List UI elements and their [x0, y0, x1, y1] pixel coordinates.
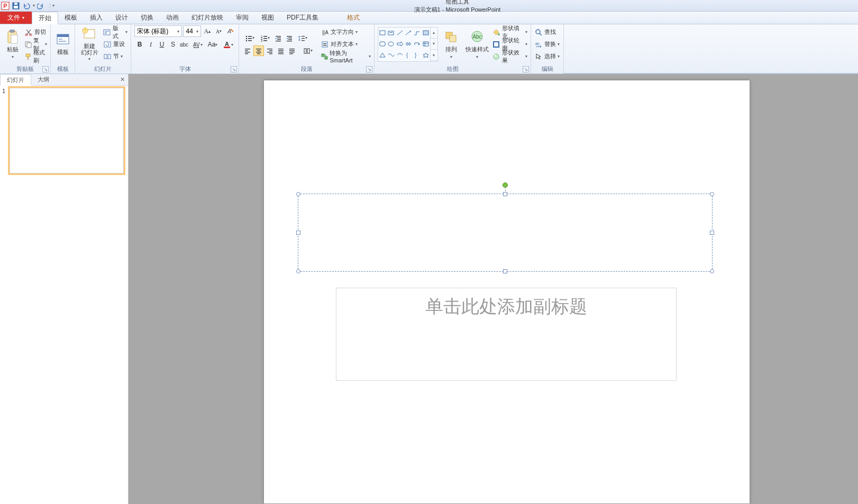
bold-button[interactable]: B: [134, 39, 145, 50]
drawing-launcher[interactable]: ↘: [523, 66, 529, 72]
layout-button[interactable]: 版式▾: [103, 26, 127, 38]
char-spacing-button[interactable]: AV▾: [190, 39, 205, 50]
font-launcher[interactable]: ↘: [231, 66, 237, 72]
app-icon: P: [1, 2, 10, 10]
text-direction-button[interactable]: ||A文字方向▾: [321, 26, 371, 38]
find-button[interactable]: 查找: [534, 26, 560, 38]
smartart-button[interactable]: 转换为 SmartArt▾: [321, 51, 371, 62]
subtitle-placeholder[interactable]: 单击此处添加副标题: [336, 288, 677, 381]
svg-rect-49: [287, 41, 292, 41]
distribute-button[interactable]: [287, 45, 297, 56]
qat-customize-icon[interactable]: ▾: [50, 3, 57, 8]
clear-format-button[interactable]: A: [225, 26, 235, 36]
slide-canvas[interactable]: 单击此处添加副标题: [264, 80, 750, 503]
arrange-button[interactable]: 排列▾: [440, 26, 462, 63]
justify-button[interactable]: [276, 45, 286, 56]
svg-rect-55: [245, 52, 250, 52]
font-name-combo[interactable]: 宋体 (标题)▾: [134, 25, 182, 37]
svg-rect-58: [257, 50, 260, 51]
bullets-button[interactable]: ▾: [242, 33, 257, 43]
tab-home[interactable]: 开始: [32, 12, 58, 24]
align-right-button[interactable]: [264, 45, 275, 56]
svg-rect-72: [289, 53, 293, 54]
title-placeholder-selected[interactable]: [298, 194, 713, 272]
svg-point-34: [246, 40, 247, 41]
shape-effects-button[interactable]: 形状效果▾: [492, 51, 527, 62]
arrange-icon: [444, 30, 459, 44]
shapes-gallery[interactable]: { } ▴ ▾ ▾: [378, 27, 438, 62]
svg-rect-83: [389, 32, 393, 33]
redo-icon[interactable]: [37, 2, 45, 10]
undo-icon[interactable]: [22, 2, 31, 10]
replace-button[interactable]: ab替换▾: [534, 39, 560, 50]
numbering-button[interactable]: 123▾: [258, 33, 272, 43]
svg-rect-48: [288, 39, 292, 40]
svg-text:Abc: Abc: [472, 34, 481, 40]
svg-rect-69: [289, 49, 295, 49]
reset-button[interactable]: 重设: [103, 39, 127, 50]
strike-button[interactable]: S: [168, 39, 178, 50]
svg-rect-44: [277, 39, 281, 40]
select-button[interactable]: 选择▾: [534, 51, 560, 62]
svg-rect-62: [269, 50, 272, 51]
shape-fill-icon: [492, 28, 500, 36]
columns-button[interactable]: ▾: [300, 45, 315, 56]
format-painter-button[interactable]: 格式刷: [24, 51, 47, 62]
group-clipboard-label: 剪贴板: [16, 65, 34, 73]
gallery-more-icon[interactable]: ▾: [431, 50, 437, 61]
grow-font-button[interactable]: A▴: [202, 26, 213, 36]
gallery-down-icon[interactable]: ▾: [431, 39, 437, 50]
change-case-button[interactable]: Aa▾: [205, 39, 220, 50]
font-size-combo[interactable]: 44▾: [183, 25, 201, 37]
thumb-tab-slides[interactable]: 幻灯片: [0, 74, 31, 86]
decrease-indent-button[interactable]: [273, 33, 284, 43]
paragraph-launcher[interactable]: ↘: [366, 66, 372, 72]
svg-rect-70: [289, 50, 295, 51]
svg-rect-47: [288, 38, 292, 38]
align-center-button[interactable]: [253, 45, 264, 56]
shape-outline-icon: [492, 40, 500, 49]
clipboard-launcher[interactable]: ↘: [42, 66, 49, 72]
svg-rect-74: [307, 49, 309, 53]
increase-indent-button[interactable]: [284, 33, 295, 43]
section-button[interactable]: 节▾: [103, 51, 127, 62]
svg-text:ab: ab: [535, 42, 540, 45]
svg-text:P: P: [3, 3, 7, 9]
shape-effects-icon: [492, 52, 500, 61]
svg-rect-73: [304, 49, 306, 53]
save-icon[interactable]: [12, 2, 20, 10]
align-text-icon: [321, 40, 329, 49]
align-left-button[interactable]: [242, 45, 253, 56]
svg-text:{: {: [406, 52, 408, 58]
svg-rect-64: [269, 53, 272, 54]
thumb-pane-close[interactable]: ✕: [116, 74, 128, 85]
svg-rect-71: [289, 52, 295, 52]
quick-styles-icon: Abc: [470, 30, 485, 44]
svg-rect-65: [278, 49, 284, 49]
align-text-button[interactable]: 对齐文本▾: [321, 39, 371, 50]
slide-thumbnail[interactable]: 1: [2, 88, 126, 173]
svg-text:A: A: [227, 28, 231, 34]
svg-rect-59: [256, 52, 261, 52]
slide-editor[interactable]: 单击此处添加副标题: [129, 74, 858, 504]
undo-more-icon[interactable]: ▾: [33, 3, 35, 8]
paste-button[interactable]: 粘贴 ▾: [3, 26, 22, 63]
template-button[interactable]: 模板: [54, 26, 71, 63]
line-spacing-button[interactable]: ▾: [295, 33, 310, 43]
italic-button[interactable]: I: [145, 39, 156, 50]
new-slide-button[interactable]: 新建 幻灯片 ▾: [78, 26, 101, 63]
window-title-text: 演示文稿1 - Microsoft PowerPoint: [414, 6, 501, 13]
shadow-button[interactable]: abc: [179, 39, 189, 50]
font-color-button[interactable]: A▾: [221, 39, 235, 50]
svg-rect-22: [105, 32, 107, 34]
underline-button[interactable]: U: [157, 39, 167, 50]
quick-styles-button[interactable]: Abc 快速样式▾: [464, 26, 490, 63]
shrink-font-button[interactable]: A▾: [214, 26, 224, 36]
svg-text:3: 3: [261, 39, 263, 42]
svg-rect-39: [263, 38, 267, 39]
tab-file[interactable]: 文件▾: [0, 12, 32, 24]
gallery-up-icon[interactable]: ▴: [431, 28, 437, 39]
svg-rect-33: [248, 38, 252, 39]
svg-rect-56: [245, 53, 248, 54]
thumb-tab-outline[interactable]: 大纲: [31, 74, 56, 85]
